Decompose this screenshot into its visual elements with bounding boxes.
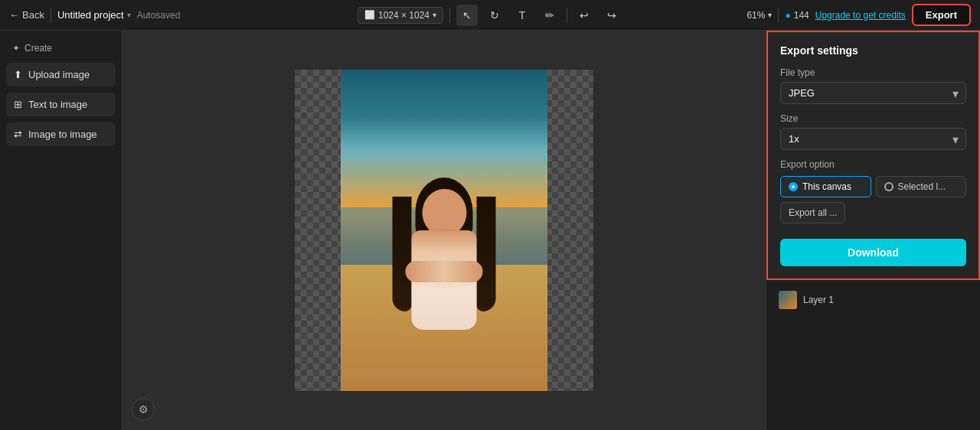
selected-layers-button[interactable]: Selected l... [876,176,967,197]
zoom-level: 61% [746,10,765,21]
topbar-center: ⬜ 1024 × 1024 ▾ ↖ ↻ T ✏ ↩ ↪ [358,5,622,26]
credits-count: 144 [794,10,809,21]
canvas-frame-icon: ⬜ [364,10,375,20]
hair-right [477,197,496,311]
export-label: Export [926,9,957,21]
this-canvas-button[interactable]: This canvas [780,176,871,197]
upgrade-label: Upgrade to get credits [815,10,906,21]
autosaved-label: Autosaved [137,10,181,21]
file-type-select[interactable]: JPEG PNG WebP [780,82,966,104]
download-label: Download [848,246,899,259]
rotate-tool-button[interactable]: ↻ [484,5,505,26]
bottom-settings: ⚙ [132,398,155,421]
gear-icon: ⚙ [139,403,149,415]
upgrade-button[interactable]: Upgrade to get credits [815,10,906,21]
export-settings-panel: Export settings File type JPEG PNG WebP … [766,31,980,280]
export-all-button[interactable]: Export all ... [780,202,845,223]
zoom-button[interactable]: 61% ▾ [746,10,772,21]
export-settings-title: Export settings [780,44,966,57]
separator-2 [778,8,779,23]
settings-icon-button[interactable]: ⚙ [132,398,155,421]
undo-icon: ↩ [580,9,589,21]
text-to-image-label: Text to image [28,99,87,110]
size-select-wrapper: 0.5x 1x 2x 4x [780,128,966,150]
head [422,189,466,236]
coin-icon: ● [785,10,790,21]
back-label: Back [22,9,44,21]
layer-panel: Layer 1 [766,280,980,430]
text-to-image-button[interactable]: ⊞ Text to image [6,93,116,116]
create-icon: ✦ [12,43,20,54]
file-type-group: File type JPEG PNG WebP [780,67,966,104]
canvas-size-text: 1024 × 1024 [378,10,430,21]
body [412,230,477,330]
canvas-container [295,70,593,391]
back-button[interactable]: ← Back [9,9,44,21]
arms [406,261,483,282]
export-option-group: Export option This canvas Selected l... … [780,159,966,223]
sidebar: ✦ Create ⬆ Upload image ⊞ Text to image … [0,31,122,430]
right-panel: Export settings File type JPEG PNG WebP … [766,31,980,430]
upload-icon: ⬆ [14,69,22,80]
back-arrow-icon: ← [9,9,19,21]
image-to-image-label: Image to image [28,129,97,140]
image-to-image-icon: ⇄ [14,129,22,140]
credits-button[interactable]: ● 144 [785,10,808,21]
redo-icon: ↪ [607,9,616,21]
size-group: Size 0.5x 1x 2x 4x [780,113,966,150]
selected-radio [884,182,893,191]
topbar-left: ← Back Untitled project ▾ Autosaved [9,8,180,23]
file-type-select-wrapper: JPEG PNG WebP [780,82,966,104]
text-to-image-icon: ⊞ [14,99,22,110]
size-label: Size [780,113,966,124]
person [412,189,477,330]
export-options-grid: This canvas Selected l... [780,176,966,197]
tool-separator-2 [567,8,567,23]
upload-image-label: Upload image [28,69,90,80]
separator [51,8,51,23]
select-icon: ↖ [462,9,472,21]
canvas-area[interactable]: ⚙ [122,31,766,430]
layer-item[interactable]: Layer 1 [773,286,974,314]
image-to-image-button[interactable]: ⇄ Image to image [6,122,116,146]
chevron-down-icon: ▾ [433,11,436,19]
hair-left [393,197,412,311]
rotate-icon: ↻ [490,9,499,21]
chevron-down-icon: ▾ [127,11,131,19]
text-tool-button[interactable]: T [511,5,533,26]
export-button[interactable]: Export [912,4,971,26]
export-all-label: Export all ... [789,207,837,218]
tool-separator [449,8,450,23]
canvas-image [341,70,547,391]
project-name-text: Untitled project [57,9,124,21]
chevron-down-icon: ▾ [768,11,772,19]
upload-image-button[interactable]: ⬆ Upload image [6,63,116,86]
canvas-size-button[interactable]: ⬜ 1024 × 1024 ▾ [358,7,443,24]
download-button[interactable]: Download [780,239,966,266]
pen-tool-button[interactable]: ✏ [539,5,560,26]
redo-button[interactable]: ↪ [601,5,622,26]
layer-thumbnail [779,291,797,309]
create-label: ✦ Create [6,40,116,57]
create-text: Create [24,43,52,54]
text-icon: T [519,9,526,21]
select-tool-button[interactable]: ↖ [456,5,478,26]
project-name-button[interactable]: Untitled project ▾ [57,9,131,21]
pen-icon: ✏ [545,9,554,21]
topbar: ← Back Untitled project ▾ Autosaved ⬜ 10… [0,0,980,31]
this-canvas-radio [789,182,798,191]
file-type-label: File type [780,67,966,78]
selected-label: Selected l... [898,181,946,192]
undo-button[interactable]: ↩ [573,5,595,26]
this-canvas-label: This canvas [802,181,851,192]
export-option-label: Export option [780,159,966,170]
layer-name: Layer 1 [803,295,834,305]
topbar-right: 61% ▾ ● 144 Upgrade to get credits Expor… [746,4,971,26]
main-layout: ✦ Create ⬆ Upload image ⊞ Text to image … [0,31,980,430]
size-select[interactable]: 0.5x 1x 2x 4x [780,128,966,150]
